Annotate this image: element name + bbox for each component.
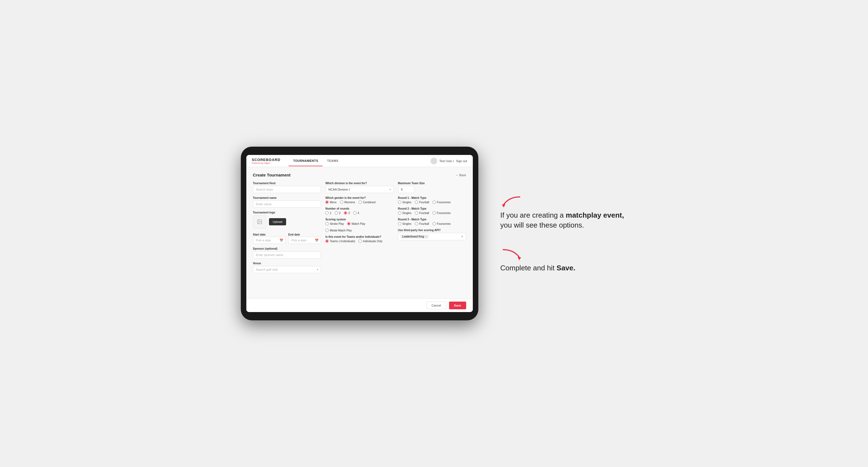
tournament-name-input[interactable] — [253, 200, 321, 208]
start-date-group: Start date 📅 — [253, 232, 285, 244]
start-date-input[interactable] — [253, 237, 285, 244]
round2-foursomes[interactable]: Foursomes — [432, 211, 451, 215]
round-4[interactable]: 4 — [353, 211, 359, 215]
dropdown-chevron-icon: ▼ — [461, 235, 464, 238]
dates-group: Start date 📅 End date — [253, 232, 321, 244]
sponsor-input[interactable] — [253, 251, 321, 258]
tournament-name-group: Tournament name — [253, 196, 321, 208]
start-date-wrap: 📅 — [253, 237, 285, 244]
save-button[interactable]: Save — [449, 302, 466, 309]
tablet-screen: SCOREBOARD Powered by clippit TOURNAMENT… — [246, 155, 473, 312]
division-select-wrapper: NCAA Division I — [325, 186, 394, 193]
gender-womens[interactable]: Womens — [340, 200, 355, 204]
gender-radio-group: Mens Womens Combined — [325, 200, 394, 204]
tournament-host-group: Tournament Host — [253, 182, 321, 193]
cancel-button[interactable]: Cancel — [426, 302, 446, 309]
sign-out-link[interactable]: Sign out — [456, 159, 467, 163]
tab-tournaments[interactable]: TOURNAMENTS — [288, 156, 322, 166]
tag-remove-icon[interactable]: ✕ — [425, 235, 427, 238]
logo-placeholder — [253, 215, 266, 228]
annotation-top: If you are creating a matchplay event, y… — [500, 194, 627, 230]
date-row: Start date 📅 End date — [253, 232, 321, 244]
round1-match-label: Round 1 - Match Type — [398, 196, 466, 199]
round2-match-group: Round 2 - Match Type Singles Fourball — [398, 207, 466, 215]
tab-teams[interactable]: TEAMS — [322, 156, 343, 166]
tournament-host-input[interactable] — [253, 186, 321, 193]
round2-singles[interactable]: Singles — [398, 211, 411, 215]
annotation-bottom-text1: Complete and hit — [500, 264, 557, 272]
form-col-3: Maximum Team Size Round 1 - Match Type S… — [398, 182, 466, 273]
page-title: Create Tournament — [253, 173, 290, 177]
avatar — [431, 158, 437, 164]
round1-radio-group: Singles Fourball Foursomes — [398, 200, 466, 204]
max-team-size-group: Maximum Team Size — [398, 182, 466, 193]
arrow-top-icon — [500, 194, 523, 208]
individuals-option[interactable]: Individuals Only — [359, 240, 382, 243]
annotation-top-text1: If you are creating a — [500, 211, 566, 219]
page-header: Create Tournament ← Back — [253, 173, 466, 177]
back-button[interactable]: ← Back — [456, 174, 466, 177]
round3-foursomes[interactable]: Foursomes — [432, 222, 451, 225]
round-3[interactable]: 3 — [344, 211, 350, 215]
round-2[interactable]: 2 — [335, 211, 341, 215]
round2-match-label: Round 2 - Match Type — [398, 207, 466, 210]
sponsor-group: Sponsor (optional) — [253, 247, 321, 258]
venue-select-wrapper — [253, 266, 321, 273]
max-team-size-input[interactable] — [398, 186, 414, 193]
round3-radio-group: Singles Fourball Foursomes — [398, 222, 466, 225]
third-party-label: Use third-party live scoring API? — [398, 229, 466, 232]
scoring-medal[interactable]: Medal Match Play — [325, 229, 351, 232]
rounds-label: Number of rounds — [325, 207, 394, 210]
division-label: Which division is the event for? — [325, 182, 394, 185]
upload-button[interactable]: Upload — [269, 218, 286, 225]
round3-match-label: Round 3 - Match Type — [398, 218, 466, 221]
nav-tabs: TOURNAMENTS TEAMS — [288, 156, 430, 166]
round3-singles[interactable]: Singles — [398, 222, 411, 225]
form-footer: Cancel Save — [246, 299, 473, 312]
gender-combined[interactable]: Combined — [359, 200, 376, 204]
venue-group: Venue — [253, 262, 321, 273]
gender-label: Which gender is the event for? — [325, 196, 394, 199]
annotation-top-bold: matchplay event, — [566, 211, 624, 219]
end-date-label: End date — [288, 233, 300, 236]
third-party-group: Use third-party live scoring API? Leader… — [398, 229, 466, 240]
tournament-host-label: Tournament Host — [253, 182, 321, 185]
round1-match-group: Round 1 - Match Type Singles Fourball — [398, 196, 466, 204]
annotation-bottom: Complete and hit Save. — [500, 247, 627, 273]
scoring-label: Scoring system — [325, 218, 394, 221]
page-wrapper: SCOREBOARD Powered by clippit TOURNAMENT… — [241, 147, 627, 320]
rounds-group: Number of rounds 1 2 — [325, 207, 394, 215]
teams-option[interactable]: Teams (+Individuals) — [325, 240, 355, 243]
round3-match-group: Round 3 - Match Type Singles Fourball — [398, 218, 466, 225]
svg-marker-3 — [518, 257, 521, 260]
third-party-input[interactable]: Leaderboard King ✕ ▼ — [398, 233, 466, 240]
form-grid: Tournament Host Tournament name Tourname… — [253, 182, 466, 273]
brand-name: SCOREBOARD — [252, 158, 281, 162]
round1-foursomes[interactable]: Foursomes — [432, 200, 451, 204]
venue-input[interactable] — [253, 266, 321, 273]
form-col-2: Which division is the event for? NCAA Di… — [325, 182, 394, 273]
annotation-top-text2: you will see these options. — [500, 221, 584, 229]
round3-fourball[interactable]: Fourball — [415, 222, 429, 225]
tablet-frame: SCOREBOARD Powered by clippit TOURNAMENT… — [241, 147, 478, 320]
scoring-stroke[interactable]: Stroke Play — [325, 222, 344, 225]
tournament-logo-label: Tournament logo — [253, 211, 321, 214]
round1-fourball[interactable]: Fourball — [415, 200, 429, 204]
form-col-1: Tournament Host Tournament name Tourname… — [253, 182, 321, 273]
division-select[interactable]: NCAA Division I — [325, 186, 394, 193]
round1-singles[interactable]: Singles — [398, 200, 411, 204]
end-date-group: End date 📅 — [288, 232, 321, 244]
user-label: Test User | — [439, 159, 454, 163]
scoring-match[interactable]: Match Play — [347, 222, 365, 225]
annotation-area: If you are creating a matchplay event, y… — [495, 194, 627, 273]
teams-label: Is this event for Teams and/or Individua… — [325, 235, 394, 238]
teams-radio-group: Teams (+Individuals) Individuals Only — [325, 240, 394, 243]
end-date-input[interactable] — [288, 237, 321, 244]
round-1[interactable]: 1 — [325, 211, 332, 215]
tournament-name-label: Tournament name — [253, 196, 321, 199]
end-date-wrap: 📅 — [288, 237, 321, 244]
gender-mens[interactable]: Mens — [325, 200, 336, 204]
start-date-label: Start date — [253, 233, 266, 236]
gender-group: Which gender is the event for? Mens Wome… — [325, 196, 394, 204]
round2-fourball[interactable]: Fourball — [415, 211, 429, 215]
